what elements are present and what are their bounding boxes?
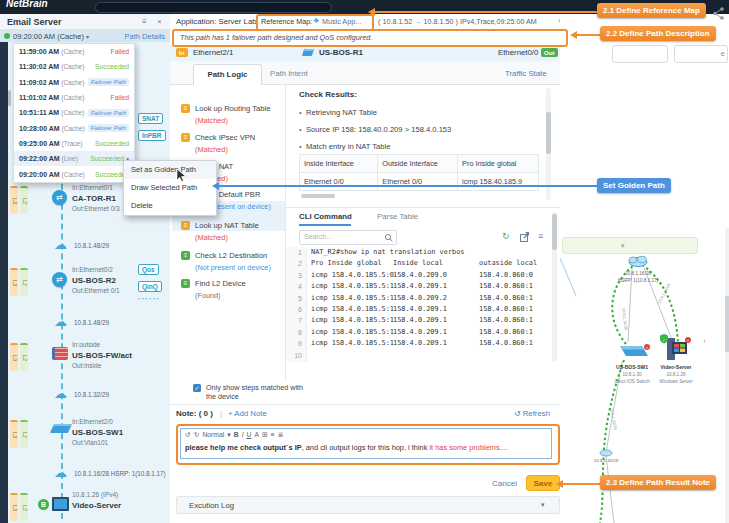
tab-parse-table[interactable]: Parse Table <box>377 212 418 221</box>
toolbar-b-icon[interactable]: B <box>234 431 239 438</box>
left-scrollbar-thumb[interactable] <box>8 90 11 106</box>
map-scrollbar-thumb[interactable] <box>725 296 729 352</box>
history-item[interactable]: 10:51:11 AM(Cache)Failover Path <box>14 105 134 120</box>
node-name[interactable]: Video-Server <box>72 501 121 510</box>
cli-search-input[interactable]: Search... <box>299 230 397 245</box>
qos-badge[interactable]: Qos <box>138 264 159 275</box>
menu-item-set-golden-path[interactable]: Set as Golden Path <box>124 161 216 179</box>
l3-tab[interactable]: L3 <box>10 420 18 448</box>
l3-tab[interactable]: L3 <box>10 186 18 214</box>
tab-path-intent[interactable]: Path Intent <box>270 69 308 78</box>
chevron-down-icon[interactable]: ▾ <box>541 501 545 509</box>
server-icon[interactable] <box>52 497 69 511</box>
switch-icon[interactable] <box>50 424 72 433</box>
inpbr-badge[interactable]: InPBR <box>138 130 166 141</box>
l2-tab[interactable]: L2 <box>20 493 28 521</box>
history-item[interactable]: 09:20:00 AM(Cache)Succeeded <box>14 166 134 181</box>
tab-path-logic[interactable]: Path Logic <box>193 64 262 85</box>
cancel-button[interactable]: Cancel <box>492 479 517 488</box>
results-scrollbar-thumb[interactable] <box>546 112 551 154</box>
l2-tab[interactable]: L2 <box>20 268 28 296</box>
map-cloud2-icon[interactable] <box>600 450 612 456</box>
map-scrollbar[interactable] <box>725 228 729 523</box>
toolbar-↺-icon[interactable]: ↺ <box>185 431 191 438</box>
hop-device-name[interactable]: US-BOS-R1 <box>319 48 363 57</box>
refresh-cli-icon[interactable]: ↻ <box>502 231 510 241</box>
history-item[interactable]: 10:28:00 AM(Cache)Failover Path <box>14 120 134 135</box>
snat-badge[interactable]: SNAT <box>138 113 163 124</box>
current-path-time[interactable]: 09:20:00 AM (Cache) <box>13 32 84 41</box>
node-name[interactable]: CA-TOR-R1 <box>72 194 116 203</box>
toolbar-⊞-icon[interactable]: ⊞ <box>262 431 268 438</box>
toolbar-▾-icon[interactable]: ▾ <box>227 431 230 438</box>
menu-icon[interactable]: ≡ <box>538 231 543 241</box>
reference-map-value[interactable]: Music App... <box>322 17 361 26</box>
current-path-time-row[interactable]: 09:20:00 AM (Cache) ▾ Path Details <box>0 29 170 42</box>
node-name[interactable]: US-BOS-FW/act <box>72 351 132 360</box>
node-name[interactable]: US-BOS-R2 <box>72 276 116 285</box>
step-label[interactable]: Look up Routing Table <box>195 104 270 113</box>
step-label[interactable]: Look up NAT Table <box>195 221 259 230</box>
toolbar-u-icon[interactable]: U <box>247 431 252 438</box>
l2-tab[interactable]: L2 <box>20 186 28 214</box>
toolbar-≣-icon[interactable]: ≣ <box>278 431 284 438</box>
checkbox-checked-icon[interactable]: ✓ <box>193 384 201 392</box>
router-icon[interactable]: ⇄ <box>52 272 67 287</box>
tab-cli-command[interactable]: CLI Command <box>299 212 352 221</box>
toolbar-i-icon[interactable]: I <box>242 431 244 438</box>
table-row[interactable]: Ethernet 0/0Ethernet 0/0icmp 158.40.185.… <box>300 173 539 191</box>
toolbar-↻-icon[interactable]: ↻ <box>194 431 200 438</box>
export-icon[interactable] <box>520 232 530 242</box>
l3-tab[interactable]: L3 <box>10 343 18 371</box>
router-icon[interactable]: ⇄ <box>52 190 67 205</box>
cloud-icon[interactable]: ☁ <box>54 389 67 399</box>
qos-badge[interactable]: QinQ <box>138 281 162 292</box>
chevron-down-icon[interactable]: ▾ <box>86 33 89 40</box>
l2-tab[interactable]: L2 <box>20 420 28 448</box>
cloud-icon[interactable]: ☁ <box>54 468 67 478</box>
global-search-input[interactable] <box>95 2 332 13</box>
hidden-button[interactable]: e <box>674 45 728 63</box>
map-canvas[interactable]: ▾ 10.8.1.16/28 10.8.1.16/28 10.8.1.32/29… <box>560 14 729 523</box>
menu-item-draw-selected-path[interactable]: Draw Selected Path <box>124 179 216 197</box>
more-dots[interactable]: ······ <box>138 294 160 303</box>
path-details-link[interactable]: Path Details <box>125 32 165 41</box>
step-label[interactable]: Check IPsec VPN <box>195 133 255 142</box>
panel-menu-icon[interactable]: ≡ <box>142 17 147 26</box>
step-label[interactable]: Check L2 Destination <box>195 251 267 260</box>
history-item[interactable]: 11:59:00 AM(Cache)Failed <box>14 44 134 59</box>
hidden-button[interactable] <box>612 45 668 63</box>
map-server-icon[interactable]: ✓ × <box>660 334 691 360</box>
refresh-note-link[interactable]: ↺ Refresh <box>514 409 550 418</box>
execution-log-bar[interactable]: Excution Log ▾ <box>176 496 560 514</box>
history-item[interactable]: 11:09:02 AM(Cache)Failover Path <box>14 75 134 90</box>
cli-scrollbar-thumb[interactable] <box>552 214 557 250</box>
save-button[interactable]: Save <box>526 475 560 491</box>
history-item[interactable]: 11:30:02 AM(Cache)Succeeded <box>14 59 134 74</box>
node-name[interactable]: US-BOS-SW1 <box>72 428 123 437</box>
note-editor[interactable]: ↺↻Normal▾BIUA⊞≡≣ please help me check ou… <box>180 428 552 459</box>
history-item[interactable]: 09:22:00 AM(Live)Succeeded▾ <box>14 151 134 166</box>
l2-tab[interactable]: L2 <box>20 343 28 371</box>
history-item[interactable]: 11:01:02 AM(Cache)Failed <box>14 90 134 105</box>
map-cloud-icon[interactable] <box>629 256 647 266</box>
add-note-link[interactable]: + Add Note <box>228 409 267 418</box>
share-icon[interactable] <box>712 6 726 21</box>
history-item[interactable]: 09:25:00 AM(Trace)Succeeded <box>14 136 134 151</box>
step-label[interactable]: Find L2 Device <box>195 279 246 288</box>
toolbar-a-icon[interactable]: A <box>254 431 259 438</box>
l3-tab[interactable]: L3 <box>10 493 18 521</box>
menu-item-delete[interactable]: Delete <box>124 197 216 215</box>
toolbar-format-icon[interactable]: Normal <box>202 431 224 438</box>
note-text[interactable]: please help me check output`s IP, and cl… <box>185 443 508 452</box>
path-description-box[interactable]: This path has 1 failover path designed a… <box>172 29 568 47</box>
toolbar-≡-icon[interactable]: ≡ <box>271 431 275 438</box>
map-switch-icon[interactable]: × <box>620 344 650 356</box>
panel-close-icon[interactable]: × <box>157 17 162 26</box>
cloud-icon[interactable]: ☁ <box>54 317 67 327</box>
traffic-state-link[interactable]: Traffic State <box>505 69 547 78</box>
firewall-icon[interactable] <box>52 347 68 360</box>
cloud-icon[interactable]: ☁ <box>54 240 67 250</box>
table-hscrollbar[interactable] <box>301 194 335 198</box>
l3-tab[interactable]: L3 <box>10 268 18 296</box>
